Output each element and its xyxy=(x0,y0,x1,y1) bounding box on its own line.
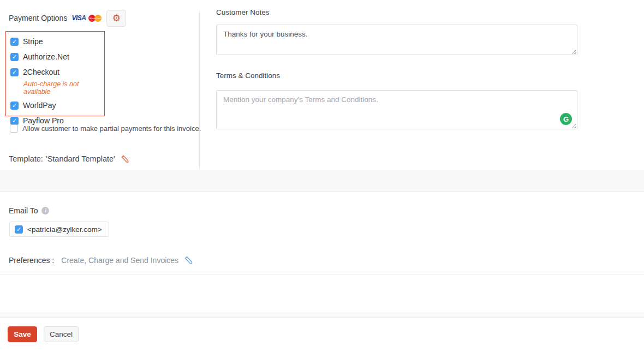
terms-conditions-field-wrap: G xyxy=(216,90,577,129)
notes-terms-column: Customer Notes Thanks for your business.… xyxy=(216,0,577,171)
template-value: 'Standard Template' xyxy=(46,154,115,163)
stripe-checkbox[interactable]: ✓ xyxy=(10,38,19,46)
gateway-row-worldpay: ✓ WorldPay xyxy=(10,101,100,110)
gateway-label: 2Checkout xyxy=(23,68,59,76)
partial-payments-row: Allow customer to make partial payments … xyxy=(10,124,201,133)
gateway-label: Authorize.Net xyxy=(23,52,69,61)
cancel-button[interactable]: Cancel xyxy=(44,326,79,342)
customer-notes-textarea[interactable]: Thanks for your business. xyxy=(216,25,577,55)
template-label: Template: xyxy=(9,154,43,163)
grammarly-icon[interactable]: G xyxy=(560,113,572,125)
partial-payments-checkbox[interactable] xyxy=(10,124,18,133)
terms-conditions-label: Terms & Conditions xyxy=(216,71,280,80)
partial-payments-label: Allow customer to make partial payments … xyxy=(22,124,201,133)
mastercard-logo-icon: MasterCard xyxy=(88,14,102,22)
edit-preferences-pencil-icon[interactable] xyxy=(184,255,193,265)
preferences-label: Preferences : xyxy=(9,256,54,265)
preferences-row: Preferences : Create, Charge and Send In… xyxy=(9,255,193,265)
gateway-label: WorldPay xyxy=(23,101,56,110)
email-recipient-box: ✓ <patricia@zylker.com> xyxy=(9,222,109,237)
gateway-row-2checkout: ✓ 2Checkout xyxy=(10,68,100,76)
template-row: Template: 'Standard Template' xyxy=(9,154,129,163)
autocharge-warning-text: Auto-charge is not available xyxy=(23,80,100,96)
customer-notes-label: Customer Notes xyxy=(216,8,270,16)
email-recipient-checkbox[interactable]: ✓ xyxy=(15,225,23,234)
email-to-row: Email To i xyxy=(9,206,49,215)
customer-notes-field-wrap: Thanks for your business. xyxy=(216,25,577,55)
gear-icon: ⚙ xyxy=(112,14,121,23)
gateway-row-authorize-net: ✓ Authorize.Net xyxy=(10,52,100,61)
invoice-settings-page: Payment Options VISA MasterCard ⚙ ✓ Stri… xyxy=(0,0,644,352)
email-recipient-address: <patricia@zylker.com> xyxy=(27,225,102,234)
gateway-label: Stripe xyxy=(23,37,43,46)
payflow-pro-checkbox[interactable]: ✓ xyxy=(10,117,19,125)
payment-options-header: Payment Options VISA MasterCard ⚙ xyxy=(9,10,126,26)
mastercard-logo-label: MasterCard xyxy=(88,17,102,20)
preferences-value: Create, Charge and Send Invoices xyxy=(61,256,178,265)
gateway-label: Payflow Pro xyxy=(23,116,64,125)
invoice-options-section: Payment Options VISA MasterCard ⚙ ✓ Stri… xyxy=(0,0,644,192)
terms-conditions-textarea[interactable] xyxy=(216,90,577,129)
email-preferences-section: Email To i ✓ <patricia@zylker.com> Prefe… xyxy=(0,192,644,275)
info-icon[interactable]: i xyxy=(41,207,49,214)
gateway-row-stripe: ✓ Stripe xyxy=(10,37,100,46)
save-button[interactable]: Save xyxy=(8,326,37,342)
visa-logo-icon: VISA xyxy=(71,14,86,22)
action-bar-divider-band xyxy=(0,312,644,318)
payment-gateway-settings-button[interactable]: ⚙ xyxy=(106,10,126,27)
authorize-net-checkbox[interactable]: ✓ xyxy=(10,53,19,61)
column-divider xyxy=(199,11,200,169)
gateway-highlight-box: ✓ Stripe ✓ Authorize.Net ✓ 2Checkout Aut… xyxy=(5,31,105,116)
action-bar: Save Cancel xyxy=(0,318,644,351)
gateway-row-payflow-pro: ✓ Payflow Pro xyxy=(10,116,100,125)
email-to-label: Email To xyxy=(9,206,38,215)
2checkout-checkbox[interactable]: ✓ xyxy=(10,68,19,76)
worldpay-checkbox[interactable]: ✓ xyxy=(10,102,19,110)
blank-area xyxy=(0,275,644,312)
section-footer-band xyxy=(0,170,644,192)
payment-options-title: Payment Options xyxy=(9,14,67,22)
edit-template-pencil-icon[interactable] xyxy=(121,154,129,163)
